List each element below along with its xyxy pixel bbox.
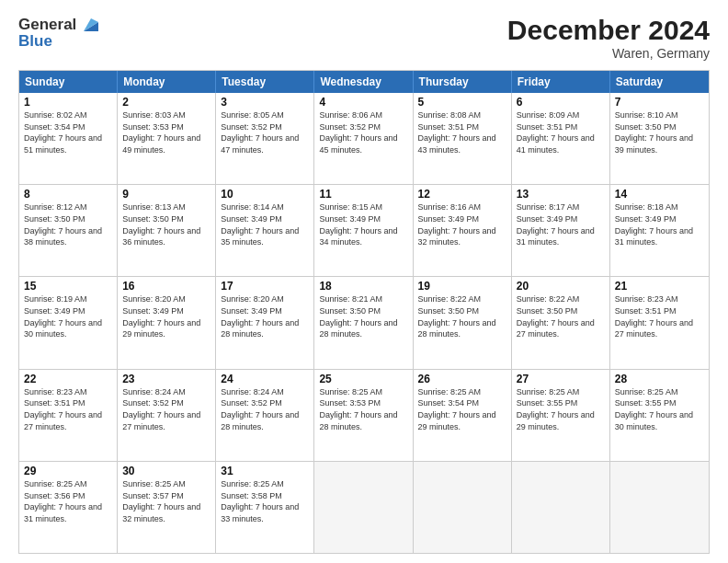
week-row-4: 22Sunrise: 8:23 AMSunset: 3:51 PMDayligh… [19,369,709,461]
day-number: 2 [122,96,210,109]
day-number: 28 [615,373,704,385]
cal-cell: 2Sunrise: 8:03 AMSunset: 3:53 PMDaylight… [118,93,216,184]
logo-general: General [18,16,76,34]
title-block: December 2024 Waren, Germany [507,15,710,61]
day-number: 24 [221,373,309,385]
cal-cell: 9Sunrise: 8:13 AMSunset: 3:50 PMDaylight… [118,185,216,276]
cell-info: Sunrise: 8:03 AMSunset: 3:53 PMDaylight:… [122,110,200,155]
day-number: 8 [24,188,112,201]
day-number: 31 [221,465,309,477]
cal-cell: 27Sunrise: 8:25 AMSunset: 3:55 PMDayligh… [512,370,610,461]
cal-cell: 30Sunrise: 8:25 AMSunset: 3:57 PMDayligh… [118,462,216,553]
day-number: 3 [221,96,309,109]
cal-cell: 22Sunrise: 8:23 AMSunset: 3:51 PMDayligh… [19,370,118,461]
day-number: 21 [615,280,704,293]
cell-info: Sunrise: 8:25 AMSunset: 3:56 PMDaylight:… [24,479,102,523]
cal-cell: 6Sunrise: 8:09 AMSunset: 3:51 PMDaylight… [512,93,610,184]
day-number: 19 [418,280,506,293]
cell-info: Sunrise: 8:23 AMSunset: 3:51 PMDaylight:… [615,294,693,339]
day-number: 6 [517,96,605,109]
cell-info: Sunrise: 8:08 AMSunset: 3:51 PMDaylight:… [418,110,496,155]
cal-cell [414,462,512,553]
cell-info: Sunrise: 8:18 AMSunset: 3:49 PMDaylight:… [615,202,693,247]
cal-cell: 16Sunrise: 8:20 AMSunset: 3:49 PMDayligh… [118,277,216,368]
cell-info: Sunrise: 8:20 AMSunset: 3:49 PMDaylight:… [221,294,299,339]
cell-info: Sunrise: 8:24 AMSunset: 3:52 PMDaylight:… [122,387,200,431]
day-number: 14 [615,188,704,201]
day-number: 15 [24,280,112,293]
cal-cell: 19Sunrise: 8:22 AMSunset: 3:50 PMDayligh… [414,277,512,368]
cal-cell: 18Sunrise: 8:21 AMSunset: 3:50 PMDayligh… [314,277,413,368]
cal-cell: 3Sunrise: 8:05 AMSunset: 3:52 PMDaylight… [216,93,314,184]
calendar-body: 1Sunrise: 8:02 AMSunset: 3:54 PMDaylight… [19,93,709,553]
day-number: 29 [24,465,112,477]
cal-cell: 20Sunrise: 8:22 AMSunset: 3:50 PMDayligh… [512,277,610,368]
cal-cell [610,462,709,553]
cal-cell: 23Sunrise: 8:24 AMSunset: 3:52 PMDayligh… [118,370,216,461]
cal-cell: 4Sunrise: 8:06 AMSunset: 3:52 PMDaylight… [314,93,413,184]
cell-info: Sunrise: 8:05 AMSunset: 3:52 PMDaylight:… [221,110,299,155]
cell-info: Sunrise: 8:09 AMSunset: 3:51 PMDaylight:… [517,110,595,155]
cell-info: Sunrise: 8:02 AMSunset: 3:54 PMDaylight:… [24,110,102,155]
header: General Blue December 2024 Waren, German… [18,15,710,61]
calendar-header: Sunday Monday Tuesday Wednesday Thursday… [19,71,709,93]
day-number: 26 [418,373,506,385]
day-number: 13 [517,188,605,201]
day-number: 23 [122,373,210,385]
day-number: 11 [319,188,407,201]
day-number: 1 [24,96,112,109]
cal-cell: 12Sunrise: 8:16 AMSunset: 3:49 PMDayligh… [414,185,512,276]
cal-cell: 13Sunrise: 8:17 AMSunset: 3:49 PMDayligh… [512,185,610,276]
cal-cell: 8Sunrise: 8:12 AMSunset: 3:50 PMDaylight… [19,185,118,276]
cell-info: Sunrise: 8:25 AMSunset: 3:55 PMDaylight:… [517,387,595,431]
cal-cell: 15Sunrise: 8:19 AMSunset: 3:49 PMDayligh… [19,277,118,368]
cell-info: Sunrise: 8:06 AMSunset: 3:52 PMDaylight:… [319,110,397,155]
cell-info: Sunrise: 8:12 AMSunset: 3:50 PMDaylight:… [24,202,102,247]
cell-info: Sunrise: 8:25 AMSunset: 3:53 PMDaylight:… [319,387,397,431]
week-row-1: 1Sunrise: 8:02 AMSunset: 3:54 PMDaylight… [19,93,709,184]
header-sunday: Sunday [19,71,118,93]
cal-cell: 10Sunrise: 8:14 AMSunset: 3:49 PMDayligh… [216,185,314,276]
cal-cell: 11Sunrise: 8:15 AMSunset: 3:49 PMDayligh… [314,185,413,276]
location: Waren, Germany [507,46,710,61]
cell-info: Sunrise: 8:23 AMSunset: 3:51 PMDaylight:… [24,387,102,431]
cal-cell: 28Sunrise: 8:25 AMSunset: 3:55 PMDayligh… [610,370,709,461]
day-number: 4 [319,96,407,109]
cell-info: Sunrise: 8:25 AMSunset: 3:55 PMDaylight:… [615,387,693,431]
cell-info: Sunrise: 8:25 AMSunset: 3:54 PMDaylight:… [418,387,496,431]
day-number: 17 [221,280,309,293]
calendar: Sunday Monday Tuesday Wednesday Thursday… [18,70,710,554]
cal-cell: 7Sunrise: 8:10 AMSunset: 3:50 PMDaylight… [610,93,709,184]
cell-info: Sunrise: 8:10 AMSunset: 3:50 PMDaylight:… [615,110,693,155]
cell-info: Sunrise: 8:15 AMSunset: 3:49 PMDaylight:… [319,202,397,247]
cell-info: Sunrise: 8:20 AMSunset: 3:49 PMDaylight:… [122,294,200,339]
header-wednesday: Wednesday [314,71,413,93]
day-number: 9 [122,188,210,201]
day-number: 30 [122,465,210,477]
week-row-2: 8Sunrise: 8:12 AMSunset: 3:50 PMDaylight… [19,184,709,276]
cell-info: Sunrise: 8:25 AMSunset: 3:58 PMDaylight:… [221,479,299,523]
day-number: 5 [418,96,506,109]
header-saturday: Saturday [610,71,709,93]
cal-cell: 24Sunrise: 8:24 AMSunset: 3:52 PMDayligh… [216,370,314,461]
logo: General Blue [18,15,98,51]
cell-info: Sunrise: 8:19 AMSunset: 3:49 PMDaylight:… [24,294,102,339]
cal-cell [512,462,610,553]
day-number: 27 [517,373,605,385]
header-friday: Friday [512,71,610,93]
cal-cell: 21Sunrise: 8:23 AMSunset: 3:51 PMDayligh… [610,277,709,368]
cal-cell: 5Sunrise: 8:08 AMSunset: 3:51 PMDaylight… [414,93,512,184]
cell-info: Sunrise: 8:14 AMSunset: 3:49 PMDaylight:… [221,202,299,247]
header-monday: Monday [118,71,216,93]
cal-cell: 29Sunrise: 8:25 AMSunset: 3:56 PMDayligh… [19,462,118,553]
week-row-5: 29Sunrise: 8:25 AMSunset: 3:56 PMDayligh… [19,461,709,553]
day-number: 20 [517,280,605,293]
cell-info: Sunrise: 8:21 AMSunset: 3:50 PMDaylight:… [319,294,397,339]
cell-info: Sunrise: 8:22 AMSunset: 3:50 PMDaylight:… [517,294,595,339]
cal-cell [314,462,413,553]
day-number: 25 [319,373,407,385]
cal-cell: 25Sunrise: 8:25 AMSunset: 3:53 PMDayligh… [314,370,413,461]
cell-info: Sunrise: 8:13 AMSunset: 3:50 PMDaylight:… [122,202,200,247]
cell-info: Sunrise: 8:24 AMSunset: 3:52 PMDaylight:… [221,387,299,431]
cal-cell: 1Sunrise: 8:02 AMSunset: 3:54 PMDaylight… [19,93,118,184]
